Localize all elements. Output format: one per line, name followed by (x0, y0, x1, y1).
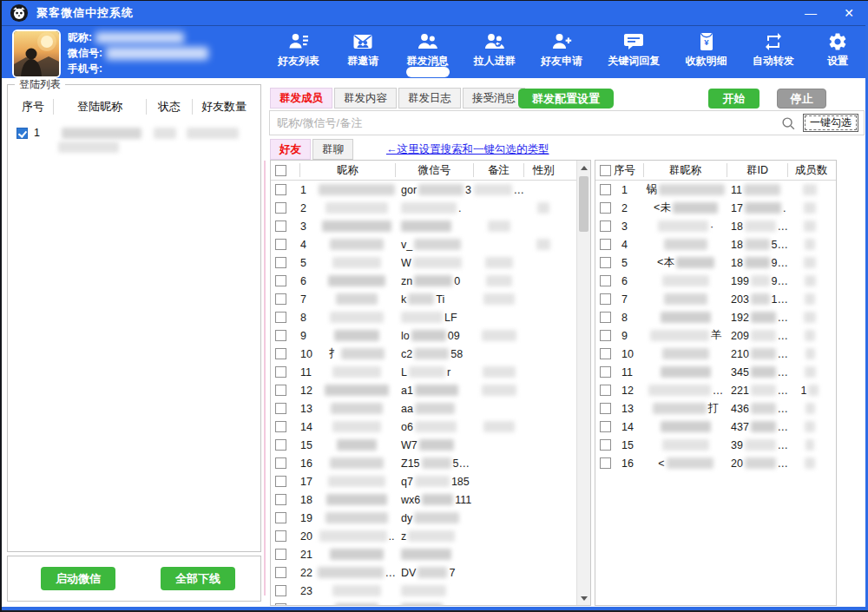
friend-row-checkbox[interactable] (275, 293, 286, 305)
start-button[interactable]: 开始 (708, 89, 760, 109)
stop-button[interactable]: 停止 (777, 89, 826, 109)
friend-row-checkbox[interactable] (275, 476, 286, 487)
group-row-checkbox[interactable] (600, 184, 611, 195)
group-row-8[interactable]: 8192… (595, 308, 836, 326)
friend-row-checkbox[interactable] (275, 330, 286, 341)
friend-row-5[interactable]: 5W (271, 253, 590, 272)
friend-row-checkbox[interactable] (275, 257, 286, 268)
friend-row-19[interactable]: 19dy (271, 509, 590, 527)
friend-row-checkbox[interactable] (275, 184, 286, 195)
nav-item-4[interactable]: 拉人进群 (474, 30, 516, 69)
group-row-1[interactable]: 1锅11 (595, 181, 836, 199)
group-row-13[interactable]: 13打436… (595, 399, 836, 418)
group-row-7[interactable]: 72031… (595, 290, 836, 308)
nav-item-9[interactable]: 设置 (819, 30, 856, 69)
nav-item-6[interactable]: 关键词回复 (608, 30, 660, 69)
tab-mass-3[interactable]: 群发日志 (398, 88, 461, 109)
friends-select-all-checkbox[interactable] (275, 165, 286, 176)
group-row-checkbox[interactable] (600, 385, 611, 396)
group-row-checkbox[interactable] (600, 202, 611, 214)
friend-row-13[interactable]: 13aa (271, 399, 590, 418)
friend-row-checkbox[interactable] (275, 385, 286, 396)
group-row-12[interactable]: 12…221…1 (595, 381, 836, 399)
friend-row-2[interactable]: 2. (271, 199, 590, 217)
scroll-down-icon[interactable] (577, 591, 590, 605)
friend-row-8[interactable]: 8LF (271, 308, 590, 326)
friend-row-checkbox[interactable] (275, 585, 286, 596)
group-row-11[interactable]: 11345… (595, 363, 836, 381)
group-row-checkbox[interactable] (600, 312, 611, 323)
group-row-checkbox[interactable] (600, 257, 611, 268)
close-button[interactable]: ✕ (830, 1, 868, 25)
one-click-check-button[interactable]: 一键勾选 (803, 114, 858, 132)
group-row-checkbox[interactable] (600, 366, 611, 378)
friend-row-9[interactable]: 9lo09 (271, 326, 590, 345)
group-row-checkbox[interactable] (600, 421, 611, 432)
nav-item-5[interactable]: 好友申请 (541, 30, 582, 69)
friend-row-14[interactable]: 14o6 (271, 418, 590, 436)
login-row[interactable]: 1 (13, 123, 255, 142)
friend-row-1[interactable]: 1gor3… (271, 181, 590, 199)
friend-row-checkbox[interactable] (275, 312, 286, 323)
friend-row-checkbox[interactable] (275, 239, 286, 250)
search-bar[interactable]: 昵称/微信号/备注 一键勾选 (269, 110, 865, 135)
group-row-5[interactable]: 5<本189… (595, 253, 836, 272)
groups-select-all-checkbox[interactable] (600, 165, 611, 176)
friend-row-checkbox[interactable] (275, 457, 286, 469)
friend-row-11[interactable]: 11Lr (271, 363, 590, 381)
group-row-checkbox[interactable] (600, 330, 611, 341)
group-row-checkbox[interactable] (600, 457, 611, 469)
tab-mass-1[interactable]: 群发成员 (270, 88, 332, 109)
friend-row-16[interactable]: 16Z155… (271, 454, 590, 472)
friend-row-7[interactable]: 7kTi (271, 290, 590, 308)
group-row-checkbox[interactable] (600, 220, 611, 232)
friend-row-4[interactable]: 4v_ (271, 235, 590, 253)
scroll-up-icon[interactable] (577, 161, 590, 174)
friend-row-12[interactable]: 12a1 (271, 381, 590, 399)
group-row-16[interactable]: 16<20… (595, 454, 836, 472)
friend-row-checkbox[interactable] (275, 530, 286, 542)
group-row-checkbox[interactable] (600, 275, 611, 286)
friend-row-checkbox[interactable] (275, 220, 286, 232)
nav-item-7[interactable]: ¥收款明细 (686, 30, 727, 69)
group-row-checkbox[interactable] (600, 348, 611, 359)
friend-row-24[interactable]: 24 (271, 600, 590, 606)
group-row-3[interactable]: 3·18… (595, 217, 836, 235)
friend-row-15[interactable]: 15W7 (271, 436, 590, 454)
friends-scrollbar-thumb[interactable] (579, 176, 589, 232)
type-hint-link[interactable]: ←这里设置搜索和一键勾选的类型 (386, 142, 549, 157)
login-row-checkbox[interactable] (16, 128, 28, 139)
search-icon[interactable] (780, 115, 796, 131)
friend-row-checkbox[interactable] (275, 567, 286, 578)
friend-row-checkbox[interactable] (275, 366, 286, 378)
friend-row-21[interactable]: 21 (271, 545, 590, 563)
friend-row-checkbox[interactable] (275, 494, 286, 505)
group-row-checkbox[interactable] (600, 293, 611, 305)
group-row-10[interactable]: 10210… (595, 345, 836, 363)
minimize-button[interactable]: — (792, 1, 830, 25)
friend-row-18[interactable]: 18wx6111 (271, 490, 590, 509)
friend-row-checkbox[interactable] (275, 202, 286, 214)
mass-config-button[interactable]: 群发配置设置 (518, 89, 614, 109)
nav-item-8[interactable]: 自动转发 (753, 30, 794, 69)
group-row-checkbox[interactable] (600, 403, 611, 414)
start-wechat-button[interactable]: 启动微信 (41, 567, 115, 590)
friend-row-17[interactable]: 17q7185 (271, 472, 590, 490)
friend-row-checkbox[interactable] (275, 439, 286, 451)
group-row-15[interactable]: 1539… (595, 436, 836, 454)
friend-row-checkbox[interactable] (275, 549, 286, 560)
subtab-type-1[interactable]: 好友 (270, 139, 311, 160)
group-row-6[interactable]: 61999… (595, 272, 836, 290)
group-row-2[interactable]: 2<未17. (595, 199, 836, 217)
friend-row-checkbox[interactable] (275, 512, 286, 523)
nav-item-3[interactable]: 群发消息 (407, 30, 449, 69)
friend-row-3[interactable]: 3 (271, 217, 590, 235)
friend-row-20[interactable]: 20..z (271, 527, 590, 545)
nav-item-1[interactable]: 好友列表 (278, 30, 319, 69)
group-row-checkbox[interactable] (600, 439, 611, 451)
friends-scrollbar[interactable] (576, 161, 590, 605)
group-row-4[interactable]: 4185… (595, 235, 836, 253)
group-row-14[interactable]: 14437… (595, 418, 836, 436)
friend-row-22[interactable]: 22…DV7 (271, 563, 590, 582)
friend-row-checkbox[interactable] (275, 421, 286, 432)
